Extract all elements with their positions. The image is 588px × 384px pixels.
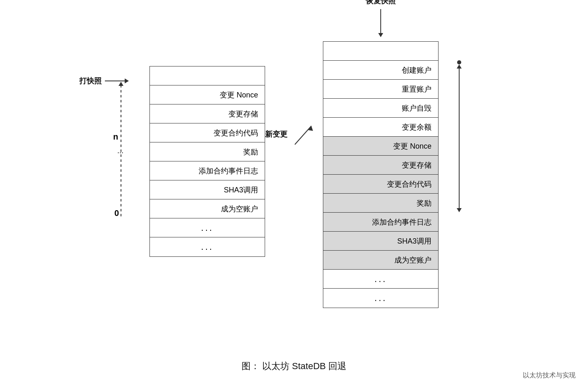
table-row-dots: ... [150, 218, 265, 237]
restore-snapshot-label: 恢复快照 [366, 0, 396, 6]
take-snapshot-arrow [105, 81, 126, 81]
table-row: 变更余额 [323, 118, 438, 137]
table-row [150, 66, 265, 85]
table-row: 变更 Nonce [323, 137, 438, 156]
restore-arrow-line [380, 9, 381, 34]
new-change-label: 新变更 [265, 129, 287, 139]
arrow-head-up [457, 64, 462, 69]
table-row: 添加合约事件日志 [150, 161, 265, 180]
table-row: 添加合约事件日志 [323, 213, 438, 232]
watermark: 以太坊技术与实现 [523, 371, 576, 380]
range-dot [457, 60, 461, 64]
table-row: 变更存储 [323, 156, 438, 175]
table-row: 奖励 [150, 142, 265, 161]
zero-label: 0 [114, 209, 119, 218]
table-row-dots: ... [323, 270, 438, 289]
restore-snapshot-section: 恢复快照 [366, 0, 396, 34]
table-row: 创建账户 [323, 61, 438, 80]
restore-arrow-head [378, 33, 383, 37]
svg-line-0 [295, 126, 311, 145]
table-row: 变更合约代码 [150, 123, 265, 142]
n-label: n [113, 132, 118, 142]
table-row: 成为空账户 [150, 199, 265, 218]
table-row: 重置账户 [323, 80, 438, 99]
new-change-arrow [291, 122, 315, 147]
caption: 图： 以太坊 StateDB 回退 [242, 360, 346, 372]
table-row [323, 42, 438, 61]
new-change-section: 新变更 [265, 122, 315, 147]
arrow-head-down [457, 208, 462, 212]
table-row: 变更 Nonce [150, 85, 265, 104]
table-row: SHA3调用 [323, 232, 438, 251]
restore-range-arrow [457, 60, 461, 212]
right-table: 创建账户 重置账户 账户自毁 变更余额 变更 Nonce 变更存储 变更合约代码… [323, 41, 439, 308]
ellipsis-label: ... [117, 147, 123, 155]
table-row-dots: ... [150, 237, 265, 256]
left-table: 变更 Nonce 变更存储 变更合约代码 奖励 添加合约事件日志 SHA3调用 … [149, 66, 265, 257]
table-row: 账户自毁 [323, 99, 438, 118]
table-row: 奖励 [323, 194, 438, 213]
table-row: 变更合约代码 [323, 175, 438, 194]
table-row: SHA3调用 [150, 180, 265, 199]
table-row-dots: ... [323, 289, 438, 308]
table-row: 变更存储 [150, 104, 265, 123]
table-row: 成为空账户 [323, 251, 438, 270]
